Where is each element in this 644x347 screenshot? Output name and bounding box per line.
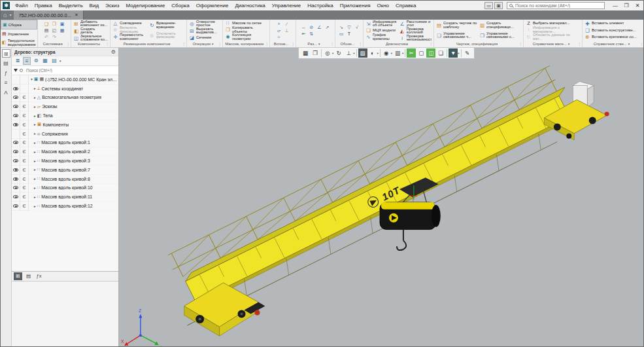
eye-icon[interactable]	[13, 177, 18, 181]
eye-icon[interactable]	[13, 96, 18, 99]
chevron-down-icon[interactable]: ▾	[402, 52, 403, 55]
chevron-down-icon[interactable]: ▾	[318, 42, 320, 46]
local-cs-icon[interactable]: ⟂	[284, 27, 290, 33]
angle-dimension-icon[interactable]: ∠	[316, 24, 323, 30]
save-icon[interactable]: ▣	[59, 21, 65, 27]
list-panel-icon[interactable]: ≡	[2, 79, 10, 87]
chevron-down-icon[interactable]: ▾	[568, 42, 570, 46]
menu-item-10[interactable]: Настройка	[304, 3, 336, 9]
menu-item-1[interactable]: Правка	[31, 3, 56, 9]
ribbon-button[interactable]: ❏МЦХ модели	[365, 27, 399, 33]
tree-structure-icon[interactable]: ≡	[23, 57, 31, 65]
chevron-down-icon[interactable]: ▾	[31, 77, 33, 81]
chevron-right-icon[interactable]: ▸	[34, 122, 36, 126]
roughness-icon[interactable]: √	[354, 24, 360, 30]
ribbon-button[interactable]: ❑Вставить конструктивн...	[584, 27, 643, 33]
section-view-icon[interactable]: ✂	[407, 48, 416, 58]
variables-tab-icon[interactable]: ƒx	[35, 272, 43, 280]
tree-item[interactable]: Є▸∷Массив вдоль кривой:10	[12, 184, 118, 193]
tree-item[interactable]: Є▸∷Массив вдоль кривой:2	[12, 147, 118, 156]
eye-icon[interactable]	[13, 114, 18, 117]
visibility-cell[interactable]	[12, 84, 20, 94]
menu-item-13[interactable]: Справка	[392, 3, 419, 9]
ribbon-button[interactable]: ✚Вставить элемент	[584, 20, 643, 27]
layers-tab-icon[interactable]: ▤	[24, 272, 33, 280]
exclude-icon[interactable]: Є	[22, 140, 25, 145]
menu-item-8[interactable]: Диагностика	[231, 3, 268, 9]
filter-funnel-icon[interactable]	[14, 69, 18, 72]
menu-item-2[interactable]: Выделить	[56, 3, 86, 9]
chevron-down-icon[interactable]: ▾	[59, 59, 61, 63]
print-icon[interactable]: ▤	[43, 27, 50, 33]
text-icon[interactable]: Т	[346, 31, 352, 37]
eye-icon[interactable]	[13, 168, 18, 172]
exclude-icon[interactable]: Є	[22, 185, 25, 190]
linear-dimension-icon[interactable]: ⇤	[301, 31, 307, 37]
eye-icon[interactable]	[13, 204, 18, 208]
tab-list-caret-icon[interactable]: ▾	[9, 10, 14, 20]
redo-icon[interactable]: ↷	[51, 34, 58, 40]
exclude-icon[interactable]: Є	[22, 194, 25, 199]
visibility-cell[interactable]	[12, 120, 20, 130]
menu-item-4[interactable]: Эскиз	[102, 3, 122, 9]
eye-icon[interactable]	[13, 105, 18, 108]
variables-panel-icon[interactable]: ƒ	[2, 69, 10, 77]
group-options-icon[interactable]: ⋮	[429, 41, 433, 47]
exclude-icon[interactable]: Є	[22, 132, 25, 136]
ribbon-button[interactable]: ⊕Вставить крепежное со...	[584, 34, 643, 41]
ribbon-button[interactable]: ◫Зеркальное отражение ко...	[73, 35, 109, 41]
visibility-cell[interactable]	[12, 94, 20, 103]
hide-objects-icon[interactable]: ◉	[382, 48, 391, 58]
tree-composition-icon[interactable]: ≣	[14, 57, 22, 65]
exclude-cell[interactable]: Є	[20, 156, 29, 166]
ribbon-button[interactable]: ∠Расстояние и угол	[399, 20, 433, 27]
chevron-right-icon[interactable]: ▸	[34, 186, 36, 190]
visibility-cell[interactable]	[12, 192, 20, 202]
ribbon-button[interactable]: ◎Отверстие простое	[188, 20, 221, 27]
visibility-cell[interactable]	[12, 156, 20, 166]
window-layout-icon[interactable]: ▭	[484, 2, 493, 9]
chevron-right-icon[interactable]: ▸	[34, 132, 36, 136]
visibility-cell[interactable]	[12, 184, 20, 193]
visibility-cell[interactable]	[12, 102, 20, 111]
exclude-cell[interactable]: Є	[20, 147, 29, 156]
group-options-icon[interactable]: ⋮	[265, 41, 269, 47]
exclude-cell[interactable]: Є	[20, 139, 29, 148]
group-options-icon[interactable]: ⋮	[358, 41, 362, 47]
chevron-right-icon[interactable]: ▸	[34, 150, 36, 154]
exclude-cell[interactable]: Є	[20, 111, 29, 120]
exclude-cell[interactable]: Є	[20, 184, 29, 193]
ribbon-button[interactable]: △Совпадение	[112, 20, 148, 26]
chevron-right-icon[interactable]: ▸	[34, 86, 36, 90]
diameter-dimension-icon[interactable]: ⊘	[309, 24, 315, 30]
exclude-cell[interactable]: Є	[20, 192, 29, 202]
chevron-right-icon[interactable]: ▸	[34, 96, 36, 100]
exclude-icon[interactable]: Є	[22, 95, 25, 100]
visibility-cell[interactable]	[12, 202, 20, 211]
exclude-cell[interactable]: Є	[20, 130, 29, 139]
exclude-icon[interactable]: Є	[22, 113, 25, 118]
exclude-cell[interactable]	[20, 84, 29, 94]
menu-item-0[interactable]: Файл	[12, 3, 31, 9]
datum-icon[interactable]: ▽	[346, 24, 352, 30]
filter-objects-icon[interactable]: ▼	[449, 48, 458, 58]
mode-tab-твердотельное[interactable]: ◧Твердотельное моделирование	[1, 39, 37, 47]
open-document-icon[interactable]: ❒	[51, 21, 58, 27]
chevron-down-icon[interactable]: ▾	[391, 52, 392, 55]
tree-relations-icon[interactable]: ⊚	[32, 57, 40, 65]
ribbon-button[interactable]: ZВыбрать материал...	[525, 20, 581, 26]
tree-item[interactable]: Є▸▱Эскизы	[12, 102, 118, 111]
tree-root-row[interactable]: ▾▣▦(-)752.НО-00.00.000 МС Кран электри..…	[12, 75, 118, 84]
quick-sketch-icon[interactable]: ✎	[463, 48, 472, 58]
ribbon-button[interactable]: ∷Массив по сетке	[224, 20, 268, 26]
chevron-down-icon[interactable]: ▾	[458, 52, 459, 55]
libraries-panel-icon[interactable]: Λ	[2, 88, 10, 97]
ribbon-button[interactable]: ❐Копировать объекты	[224, 26, 268, 33]
group-options-icon[interactable]: ⋮	[639, 41, 643, 47]
group-options-icon[interactable]: ⋮	[577, 41, 581, 47]
chevron-down-icon[interactable]: ▾	[332, 52, 333, 55]
tree-item[interactable]: Є▸▣Компоненты	[12, 120, 118, 130]
group-options-icon[interactable]: ⋮	[105, 41, 109, 47]
exclude-cell[interactable]: Є	[20, 102, 29, 111]
ribbon-button[interactable]: ▥Создать спецификаци...	[479, 20, 522, 31]
